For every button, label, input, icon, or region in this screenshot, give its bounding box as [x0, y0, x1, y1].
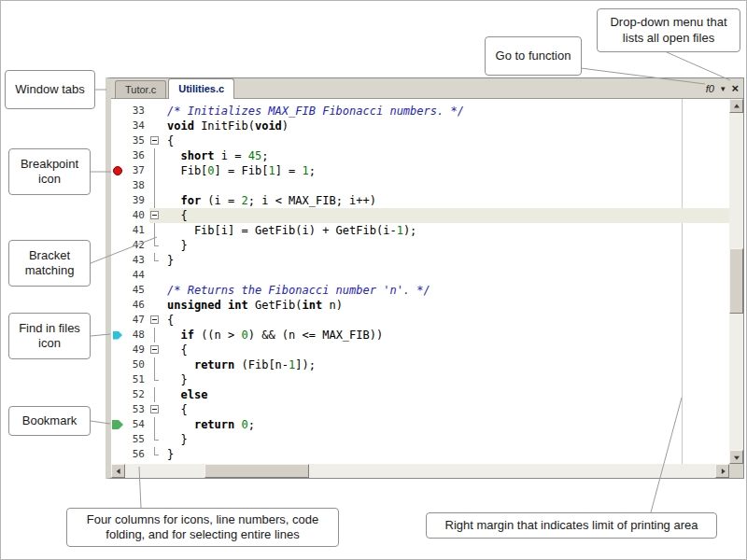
- gutter-icon-cell[interactable]: [111, 283, 124, 298]
- code-line[interactable]: 34void InitFib(void): [111, 119, 729, 133]
- code-text[interactable]: for (i = 2; i < MAX_FIB; i++): [167, 193, 729, 208]
- gutter-icon-cell[interactable]: [111, 343, 124, 357]
- line-number[interactable]: 56: [124, 447, 149, 462]
- vertical-scrollbar[interactable]: [729, 99, 743, 464]
- code-text[interactable]: else: [167, 387, 729, 402]
- scroll-right-button[interactable]: [715, 464, 729, 478]
- line-select-cell[interactable]: [161, 148, 167, 163]
- code-line[interactable]: 47{: [111, 313, 729, 328]
- line-select-cell[interactable]: [161, 313, 167, 328]
- line-number[interactable]: 45: [124, 283, 149, 298]
- code-line[interactable]: 48 if ((n > 0) && (n <= MAX_FIB)): [111, 328, 729, 343]
- vertical-scroll-thumb[interactable]: [729, 248, 743, 314]
- tab-utilities-c[interactable]: Utilities.c: [168, 78, 234, 99]
- code-line[interactable]: 38: [111, 178, 729, 193]
- scroll-down-button[interactable]: [729, 450, 743, 464]
- gutter-icon-cell[interactable]: [111, 372, 124, 387]
- gutter-icon-cell[interactable]: [111, 313, 124, 328]
- gutter-icon-cell[interactable]: [111, 387, 124, 402]
- code-line[interactable]: 39 for (i = 2; i < MAX_FIB; i++): [111, 193, 729, 208]
- gutter-icon-cell[interactable]: [111, 133, 124, 148]
- line-number[interactable]: 54: [124, 417, 149, 432]
- code-line[interactable]: 54 return 0;: [111, 417, 729, 432]
- code-line[interactable]: 41 Fib[i] = GetFib(i) + GetFib(i-1);: [111, 223, 729, 238]
- fold-collapse-icon[interactable]: [150, 345, 159, 354]
- code-line[interactable]: 52 else: [111, 387, 729, 402]
- line-select-cell[interactable]: [161, 238, 167, 253]
- code-line[interactable]: 43}: [111, 253, 729, 268]
- gutter-icon-cell[interactable]: [111, 357, 124, 372]
- line-number[interactable]: 46: [124, 298, 149, 313]
- code-text[interactable]: void InitFib(void): [167, 119, 729, 133]
- gutter-icon-cell[interactable]: [111, 208, 124, 223]
- code-text[interactable]: return 0;: [167, 417, 729, 432]
- line-select-cell[interactable]: [161, 298, 167, 313]
- fold-collapse-icon[interactable]: [150, 136, 159, 145]
- horizontal-scrollbar[interactable]: [111, 464, 729, 478]
- line-select-cell[interactable]: [161, 178, 167, 193]
- code-text[interactable]: {: [167, 402, 729, 417]
- line-number[interactable]: 36: [124, 148, 149, 163]
- line-select-cell[interactable]: [161, 104, 167, 119]
- find-icon[interactable]: [113, 331, 122, 340]
- code-text[interactable]: {: [167, 208, 729, 223]
- code-text[interactable]: }: [167, 238, 729, 253]
- line-select-cell[interactable]: [161, 223, 167, 238]
- code-text[interactable]: unsigned int GetFib(int n): [167, 298, 729, 313]
- code-text[interactable]: }: [167, 372, 729, 387]
- line-number[interactable]: 48: [124, 328, 149, 343]
- code-line[interactable]: 51 }: [111, 372, 729, 387]
- code-line[interactable]: 56}: [111, 447, 729, 462]
- fold-cell[interactable]: [149, 208, 161, 223]
- line-select-cell[interactable]: [161, 417, 167, 432]
- line-number[interactable]: 43: [124, 253, 149, 268]
- line-select-cell[interactable]: [161, 119, 167, 133]
- line-select-cell[interactable]: [161, 253, 167, 268]
- line-number[interactable]: 35: [124, 133, 149, 148]
- code-line[interactable]: 42 }: [111, 238, 729, 253]
- line-select-cell[interactable]: [161, 193, 167, 208]
- line-number[interactable]: 44: [124, 268, 149, 283]
- line-select-cell[interactable]: [161, 328, 167, 343]
- line-select-cell[interactable]: [161, 402, 167, 417]
- line-select-cell[interactable]: [161, 387, 167, 402]
- fold-cell[interactable]: [149, 133, 161, 148]
- code-line[interactable]: 35{: [111, 133, 729, 148]
- code-line[interactable]: 45/* Returns the Fibonacci number 'n'. *…: [111, 283, 729, 298]
- gutter-icon-cell[interactable]: [111, 104, 124, 119]
- gutter-icon-cell[interactable]: [111, 447, 124, 462]
- gutter-icon-cell[interactable]: [111, 223, 124, 238]
- code-line[interactable]: 44: [111, 268, 729, 283]
- fold-collapse-icon[interactable]: [150, 405, 159, 413]
- fold-collapse-icon[interactable]: [150, 315, 159, 324]
- line-number[interactable]: 41: [124, 223, 149, 238]
- line-number[interactable]: 42: [124, 238, 149, 253]
- code-line[interactable]: 36 short i = 45;: [111, 148, 729, 163]
- line-number[interactable]: 49: [124, 343, 149, 357]
- gutter-icon-cell[interactable]: [111, 193, 124, 208]
- code-text[interactable]: }: [167, 432, 729, 447]
- code-line[interactable]: 50 return (Fib[n-1]);: [111, 357, 729, 372]
- line-number[interactable]: 50: [124, 357, 149, 372]
- code-text[interactable]: Fib[i] = GetFib(i) + GetFib(i-1);: [167, 223, 729, 238]
- line-select-cell[interactable]: [161, 268, 167, 283]
- line-number[interactable]: 37: [124, 163, 149, 178]
- goto-function-button[interactable]: f0: [706, 83, 714, 94]
- fold-cell[interactable]: [149, 402, 161, 417]
- fold-cell[interactable]: [149, 313, 161, 328]
- gutter-icon-cell[interactable]: [111, 119, 124, 133]
- tab-tutor-c[interactable]: Tutor.c: [115, 80, 166, 98]
- line-select-cell[interactable]: [161, 447, 167, 462]
- line-select-cell[interactable]: [161, 283, 167, 298]
- gutter-icon-cell[interactable]: [111, 148, 124, 163]
- breakpoint-icon[interactable]: [113, 166, 122, 175]
- line-number[interactable]: 38: [124, 178, 149, 193]
- code-line[interactable]: 55 }: [111, 432, 729, 447]
- gutter-icon-cell[interactable]: [111, 432, 124, 447]
- line-number[interactable]: 40: [124, 208, 149, 223]
- line-number[interactable]: 51: [124, 372, 149, 387]
- code-text[interactable]: Fib[0] = Fib[1] = 1;: [167, 163, 729, 178]
- line-number[interactable]: 52: [124, 387, 149, 402]
- line-select-cell[interactable]: [161, 208, 167, 223]
- line-select-cell[interactable]: [161, 357, 167, 372]
